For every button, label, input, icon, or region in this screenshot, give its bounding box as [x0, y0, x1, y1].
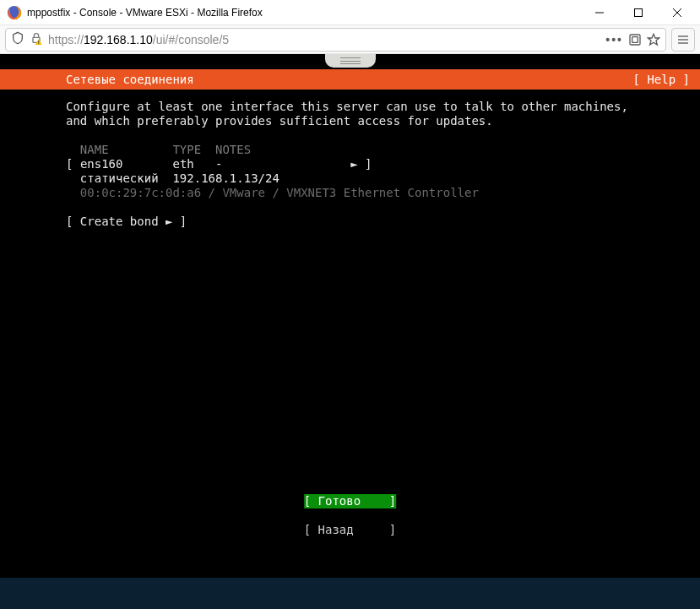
- col-headers: NAME TYPE NOTES: [66, 143, 251, 156]
- vm-console[interactable]: Сетевые соединения [ Help ] Configure at…: [0, 54, 700, 609]
- shield-icon: [11, 31, 24, 47]
- address-bar: https://192.168.1.10/ui/#/console/5 •••: [0, 25, 700, 54]
- window-controls: [580, 0, 697, 25]
- maximize-button[interactable]: [619, 0, 658, 25]
- url-end-icons: •••: [605, 33, 660, 46]
- done-button[interactable]: [ Готово ]: [304, 494, 397, 508]
- iface-row[interactable]: [ ens160 eth - ► ]: [66, 157, 372, 171]
- minimize-button[interactable]: [580, 0, 619, 25]
- installer-content: Configure at least one interface this se…: [66, 100, 675, 229]
- back-button[interactable]: [ Назад ]: [304, 523, 397, 537]
- intro-line-1: Configure at least one interface this se…: [66, 100, 628, 113]
- firefox-icon: [7, 5, 22, 20]
- back-label: Назад: [318, 523, 354, 536]
- grip-lines-icon: [340, 57, 361, 64]
- iface-mac: 00:0c:29:7c:0d:a6 / VMware / VMXNET3 Eth…: [80, 186, 479, 199]
- url-field[interactable]: https://192.168.1.10/ui/#/console/5 •••: [5, 28, 666, 52]
- col-name: NAME: [80, 143, 109, 156]
- url-text: https://192.168.1.10/ui/#/console/5: [48, 33, 229, 46]
- bracket-close: ]: [365, 157, 372, 171]
- iface-mode: статический: [80, 171, 159, 185]
- close-button[interactable]: [658, 0, 697, 25]
- col-notes: NOTES: [215, 143, 251, 156]
- installer-bottom-buttons: [ Готово ] [ Назад ]: [304, 494, 397, 537]
- reader-mode-icon[interactable]: [628, 33, 642, 46]
- svg-rect-2: [635, 8, 643, 16]
- hamburger-menu-button[interactable]: [671, 28, 695, 52]
- console-screen: Сетевые соединения [ Help ] Configure at…: [0, 54, 700, 578]
- window-title: mppostfix - Console - VMware ESXi - Mozi…: [27, 7, 580, 19]
- done-label: Готово: [318, 494, 361, 508]
- help-button[interactable]: [ Help ]: [633, 73, 690, 87]
- url-host: 192.168.1.10: [84, 33, 153, 46]
- create-bond-button[interactable]: [ Create bond ► ]: [66, 215, 187, 228]
- window-titlebar: mppostfix - Console - VMware ESXi - Mozi…: [0, 0, 700, 25]
- iface-notes: -: [215, 157, 222, 171]
- svg-rect-7: [38, 41, 39, 42]
- bracket-open: [: [66, 157, 73, 171]
- iface-type: eth: [172, 157, 193, 171]
- bookmark-star-icon[interactable]: [647, 33, 660, 46]
- chevron-right-icon: ►: [350, 157, 357, 171]
- installer-title: Сетевые соединения: [66, 73, 633, 87]
- svg-rect-8: [38, 43, 39, 44]
- col-type: TYPE: [172, 143, 201, 156]
- installer-header: Сетевые соединения [ Help ]: [0, 69, 700, 90]
- page-actions-icon[interactable]: •••: [605, 33, 623, 46]
- lock-warning-icon: [30, 31, 43, 47]
- iface-name: ens160: [80, 157, 123, 171]
- url-path: /ui/#/console/5: [153, 33, 229, 46]
- console-pull-tab[interactable]: [325, 54, 376, 68]
- url-scheme: https://: [48, 33, 84, 46]
- iface-addr: 192.168.1.13/24: [172, 171, 279, 185]
- svg-rect-9: [630, 35, 640, 45]
- svg-rect-10: [632, 36, 638, 42]
- intro-line-2: and which preferably provides sufficient…: [66, 114, 493, 128]
